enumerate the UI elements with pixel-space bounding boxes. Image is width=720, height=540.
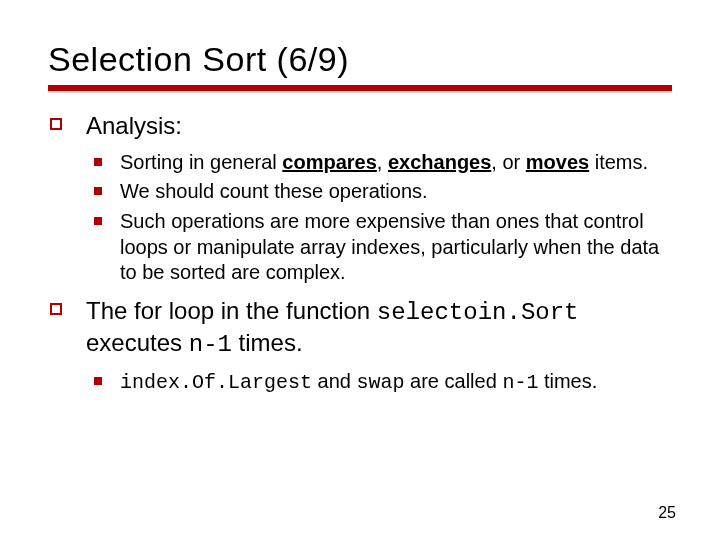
code-n-minus-1b: n-1 — [502, 371, 538, 394]
text: , — [377, 151, 388, 173]
text: times. — [538, 370, 597, 392]
slide: Selection Sort (6/9) Analysis: Sorting i… — [0, 0, 720, 540]
bullet-forloop: The for loop in the function selectoin.S… — [48, 296, 672, 396]
sub-list-analysis: Sorting in general compares, exchanges, … — [86, 150, 672, 286]
text: times. — [232, 329, 303, 356]
code-swap: swap — [357, 371, 405, 394]
sub-item-count: We should count these operations. — [86, 179, 672, 205]
slide-title: Selection Sort (6/9) — [48, 40, 672, 79]
text: The for loop in the function — [86, 297, 377, 324]
bullet-analysis: Analysis: Sorting in general compares, e… — [48, 111, 672, 286]
code-selection-sort: selectoin.Sort — [377, 299, 579, 326]
keyword-exchanges: exchanges — [388, 151, 491, 173]
text: , or — [491, 151, 525, 173]
page-number: 25 — [658, 504, 676, 522]
sub-item-expensive: Such operations are more expensive than … — [86, 209, 672, 286]
code-n-minus-1: n-1 — [189, 331, 232, 358]
text: Sorting in general — [120, 151, 282, 173]
sub-item-compares: Sorting in general compares, exchanges, … — [86, 150, 672, 176]
text: and — [312, 370, 356, 392]
bullet-list: Analysis: Sorting in general compares, e… — [48, 111, 672, 396]
code-index-of-largest: index.Of.Largest — [120, 371, 312, 394]
keyword-moves: moves — [526, 151, 589, 173]
text: executes — [86, 329, 189, 356]
text: are called — [405, 370, 503, 392]
keyword-compares: compares — [282, 151, 377, 173]
sub-item-calls: index.Of.Largest and swap are called n-1… — [86, 369, 672, 396]
text: items. — [589, 151, 648, 173]
title-rule-shadow — [48, 91, 672, 93]
sub-list-forloop: index.Of.Largest and swap are called n-1… — [86, 369, 672, 396]
bullet-analysis-label: Analysis: — [86, 112, 182, 139]
